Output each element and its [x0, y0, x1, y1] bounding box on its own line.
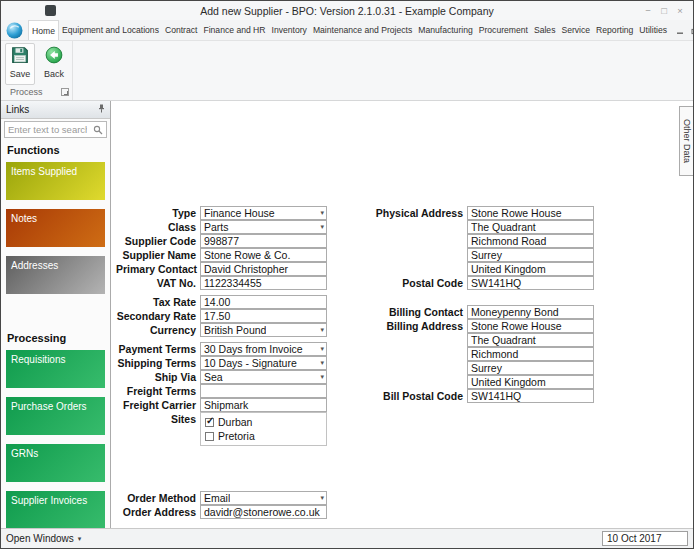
status-date-value: 10 Oct 2017 — [607, 533, 661, 544]
tab-finance-and-hr[interactable]: Finance and HR — [200, 20, 268, 40]
sidebar-item-supplier-invoices[interactable]: Supplier Invoices — [6, 491, 105, 528]
search-box — [4, 121, 107, 138]
form-row-sites: Sites Durban Pretoria — [116, 412, 327, 446]
site-option-durban[interactable]: Durban — [202, 415, 325, 429]
form-row: Freight Terms — [116, 384, 327, 398]
field-label: Freight Carrier — [116, 398, 200, 412]
status-bar: Open Windows ▾ 10 Oct 2017 — [1, 528, 693, 548]
sidebar-item-addresses[interactable]: Addresses — [6, 256, 105, 294]
mdi-minimize-icon[interactable] — [676, 26, 685, 35]
tab-equipment-and-locations[interactable]: Equipment and Locations — [59, 20, 162, 40]
dropdown-value: 30 Days from Invoice — [204, 343, 303, 355]
tab-home[interactable]: Home — [28, 20, 59, 40]
postal-code-input[interactable] — [467, 276, 594, 290]
sidebar-item-purchase-orders[interactable]: Purchase Orders — [6, 397, 105, 435]
billing-address-line-3-input[interactable] — [467, 347, 594, 361]
tab-procurement[interactable]: Procurement — [476, 20, 531, 40]
class-dropdown[interactable]: Parts▾ — [200, 220, 327, 234]
form-row: VAT No. — [116, 276, 327, 290]
bill-postal-code-input[interactable] — [467, 389, 594, 403]
physical-address-line-5-input[interactable] — [467, 262, 594, 276]
tab-maintenance-and-projects[interactable]: Maintenance and Projects — [310, 20, 415, 40]
freight-terms-input[interactable] — [200, 384, 327, 398]
tab-manufacturing[interactable]: Manufacturing — [415, 20, 475, 40]
payment-terms-dropdown[interactable]: 30 Days from Invoice▾ — [200, 342, 327, 356]
save-button[interactable]: Save — [5, 43, 35, 85]
physical-address-line-4-input[interactable] — [467, 248, 594, 262]
tab-sales[interactable]: Sales — [531, 20, 559, 40]
physical-address-line-2-input[interactable] — [467, 220, 594, 234]
field-label: Type — [116, 206, 200, 220]
billing-address-line-5-input[interactable] — [467, 375, 594, 389]
title-bar: Add new Supplier - BPO: Version 2.1.0.31… — [1, 1, 693, 20]
maximize-button[interactable]: □ — [656, 1, 672, 20]
checkbox-icon[interactable] — [205, 418, 214, 427]
tax-rate-input[interactable] — [200, 295, 327, 309]
billing-address-line-4-input[interactable] — [467, 361, 594, 375]
sidebar-item-label: Notes — [11, 213, 37, 224]
field-label: Bill Postal Code — [349, 389, 467, 403]
tab-other-data[interactable]: Other Data — [679, 106, 693, 176]
form-row: Payment Terms 30 Days from Invoice▾ — [116, 342, 327, 356]
supplier-name-input[interactable] — [200, 248, 327, 262]
billing-contact-input[interactable] — [467, 305, 594, 319]
billing-address-line-1-input[interactable] — [467, 319, 594, 333]
currency-dropdown[interactable]: British Pound▾ — [200, 323, 327, 337]
sites-list[interactable]: Durban Pretoria — [200, 412, 327, 446]
form-right-column: Physical Address Postal Code Billing Con… — [349, 206, 594, 519]
search-input[interactable] — [5, 124, 90, 135]
vat-no-input[interactable] — [200, 276, 327, 290]
order-method-dropdown[interactable]: Email▾ — [200, 491, 327, 505]
back-button[interactable]: Back — [39, 43, 69, 85]
sidebar-item-notes[interactable]: Notes — [6, 209, 105, 247]
mdi-restore-icon[interactable] — [691, 26, 693, 35]
status-date[interactable]: 10 Oct 2017 — [602, 531, 688, 546]
minimize-button[interactable]: − — [640, 1, 656, 20]
chevron-down-icon: ▾ — [78, 535, 82, 543]
field-label: Tax Rate — [116, 295, 200, 309]
form-row: Supplier Code — [116, 234, 327, 248]
secondary-rate-input[interactable] — [200, 309, 327, 323]
tab-service[interactable]: Service — [558, 20, 593, 40]
sidebar-item-label: Items Supplied — [11, 166, 77, 177]
back-icon — [45, 46, 63, 68]
shipping-terms-dropdown[interactable]: 10 Days - Signature▾ — [200, 356, 327, 370]
site-option-pretoria[interactable]: Pretoria — [202, 429, 325, 443]
pin-icon[interactable] — [97, 104, 106, 115]
form-row: Supplier Name — [116, 248, 327, 262]
sidebar-item-label: Purchase Orders — [11, 401, 87, 412]
tab-contract[interactable]: Contract — [162, 20, 200, 40]
freight-carrier-input[interactable] — [200, 398, 327, 412]
ship-via-dropdown[interactable]: Sea▾ — [200, 370, 327, 384]
field-label: Primary Contact — [116, 262, 200, 276]
open-windows-dropdown[interactable]: Open Windows ▾ — [6, 533, 81, 544]
sidebar-item-requisitions[interactable]: Requisitions — [6, 350, 105, 388]
checkbox-icon[interactable] — [205, 432, 214, 441]
close-button[interactable]: × — [672, 1, 688, 20]
sidebar-item-items-supplied[interactable]: Items Supplied — [6, 162, 105, 200]
field-label: Physical Address — [349, 206, 467, 220]
form-row: Postal Code — [349, 276, 594, 290]
form-row: Shipping Terms 10 Days - Signature▾ — [116, 356, 327, 370]
physical-address-line-3-input[interactable] — [467, 234, 594, 248]
field-label: VAT No. — [116, 276, 200, 290]
sidebar-item-grns[interactable]: GRNs — [6, 444, 105, 482]
dialog-launcher-icon[interactable] — [61, 88, 69, 96]
type-dropdown[interactable]: Finance House▾ — [200, 206, 327, 220]
links-panel-title: Links — [6, 104, 29, 115]
order-address-input[interactable] — [200, 505, 327, 519]
search-icon[interactable] — [90, 125, 106, 135]
physical-address-line-1-input[interactable] — [467, 206, 594, 220]
tab-reporting[interactable]: Reporting — [593, 20, 636, 40]
form-row: Primary Contact — [116, 262, 327, 276]
primary-contact-input[interactable] — [200, 262, 327, 276]
billing-address-line-2-input[interactable] — [467, 333, 594, 347]
processing-section-title: Processing — [7, 332, 110, 344]
application-button[interactable] — [6, 22, 23, 39]
tab-utilities[interactable]: Utilities — [636, 20, 670, 40]
form-row: Billing Contact — [349, 305, 594, 319]
supplier-code-input[interactable] — [200, 234, 327, 248]
ribbon: Save Back Proces — [1, 41, 693, 101]
tab-inventory[interactable]: Inventory — [269, 20, 310, 40]
site-option-label: Durban — [218, 416, 252, 428]
